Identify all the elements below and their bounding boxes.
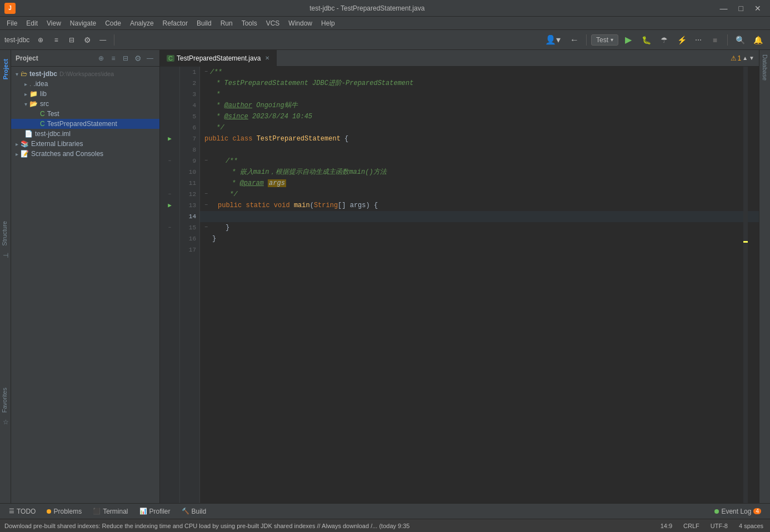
editor-scrollbar[interactable] [743,67,748,503]
fold-marker-9[interactable]: − [168,155,171,167]
code-line-14[interactable] [200,211,759,222]
run-gutter-7[interactable]: ▶ [168,133,172,144]
tree-root-path: D:\Workspaces\idea [59,71,114,77]
favorites-star-icon[interactable]: ☆ [1,417,11,427]
todo-tab[interactable]: ☰ TODO [4,506,40,516]
line15-fold[interactable]: − [204,222,208,233]
gutter-line-17 [160,244,179,255]
tree-item-testpreparedstatement[interactable]: C TestPreparedStatement [11,119,159,129]
editor-tab-testps[interactable]: C TestPreparedStatement.java ✕ [160,50,277,67]
code-line-8 [200,144,759,155]
debug-button[interactable]: 🐛 [638,32,654,48]
run-config-dropdown[interactable]: Test ▾ [591,34,618,46]
build-label: Build [192,508,207,515]
structure-tab-btn[interactable]: Structure [0,217,9,250]
profile-button[interactable]: ⚡ [674,32,689,48]
profiler-tab[interactable]: 📊 Profiler [135,506,175,516]
line1-fold[interactable]: − [204,67,208,78]
tree-item-iml[interactable]: 📄 test-jdbc.iml [11,129,159,139]
scope-icon[interactable]: ⊕ [96,53,106,63]
event-log-tab[interactable]: Event Log 4 [710,506,766,516]
database-tab-btn[interactable]: Database [761,50,769,85]
line-num-15: 15 [180,222,199,233]
toolbar-more-btn[interactable]: ⋯ [692,33,705,47]
tree-item-external-libraries[interactable]: ▸ 📚 External Libraries [11,139,159,149]
gutter-line-11 [160,178,179,189]
ext-lib-icon: 📚 [21,140,29,148]
close-button[interactable]: ✕ [750,3,766,14]
line13-fold[interactable]: − [204,200,208,211]
fold-marker-15[interactable]: − [168,222,171,233]
code-editor[interactable]: ▶ − − ▶ − [160,67,759,503]
line12-fold[interactable]: − [204,189,208,200]
toolbar-settings-btn[interactable]: ⚙ [81,33,94,47]
code-content[interactable]: − /** * TestPreparedStatement JDBC进阶-Pre… [200,67,759,503]
toolbar-target-btn[interactable]: ⊕ [34,33,47,47]
status-line-ending[interactable]: CRLF [681,523,702,529]
status-encoding[interactable]: UTF-8 [708,523,730,529]
status-cursor[interactable]: 14:9 [658,523,674,529]
list-icon[interactable]: ≡ [108,53,118,63]
menu-file[interactable]: File [2,18,22,28]
line16-content: } [212,233,216,244]
run-button[interactable]: ▶ [621,32,636,48]
fold-marker-12[interactable]: − [168,189,171,200]
panel-minimize-icon[interactable]: — [145,53,155,63]
search-button[interactable]: 🔍 [732,32,748,48]
status-indent[interactable]: 4 spaces [737,523,766,529]
idea-folder-icon: . [29,80,31,88]
menu-build[interactable]: Build [192,18,216,28]
menu-navigate[interactable]: Navigate [66,18,101,28]
tab-close-icon[interactable]: ✕ [265,55,269,61]
menu-tools[interactable]: Tools [237,18,262,28]
app-icon: J [4,3,16,14]
problems-tab[interactable]: Problems [42,506,86,516]
tree-item-test[interactable]: C Test [11,109,159,119]
menu-analyze[interactable]: Analyze [126,18,158,28]
code-line-17 [200,244,759,255]
line9-fold[interactable]: − [204,155,208,167]
run-gutter-13[interactable]: ▶ [168,200,172,211]
toolbar-list-btn[interactable]: ≡ [49,33,63,47]
toolbar-collapse-btn[interactable]: — [96,33,109,47]
tree-item-scratches[interactable]: ▸ 📝 Scratches and Consoles [11,149,159,159]
tree-item-idea[interactable]: ▸ . .idea [11,79,159,89]
event-log-badge: 4 [753,508,761,514]
menu-view[interactable]: View [42,18,66,28]
warning-nav-up[interactable]: ▲ [742,55,748,61]
coverage-button[interactable]: ☂ [656,32,672,48]
todo-icon: ☰ [9,508,14,515]
tree-item-root[interactable]: ▾ 🗁 test-jdbc D:\Workspaces\idea [11,69,159,79]
stop-button[interactable]: ■ [707,32,723,48]
code-line-5: * @since 2023/8/24 10:45 [200,111,759,122]
build-tab[interactable]: 🔨 Build [177,506,211,516]
minimize-button[interactable]: — [716,3,732,14]
warning-nav-down[interactable]: ▼ [749,55,754,61]
account-icon[interactable]: 👤▾ [545,34,561,45]
line9-content: /** [226,155,238,167]
menu-help[interactable]: Help [317,18,339,28]
lib-folder-icon: 📁 [29,90,38,98]
terminal-tab[interactable]: ⬛ Terminal [88,506,132,516]
menu-vcs[interactable]: VCS [262,18,284,28]
notifications-button[interactable]: 🔔 [750,32,766,48]
menu-run[interactable]: Run [216,18,237,28]
menu-code[interactable]: Code [101,18,126,28]
panel-toggle-icon[interactable]: ⊣ [1,250,11,260]
tree-item-src[interactable]: ▾ 📂 src [11,99,159,109]
menu-refactor[interactable]: Refactor [158,18,192,28]
tree-item-lib[interactable]: ▸ 📁 lib [11,89,159,99]
menu-window[interactable]: Window [284,18,317,28]
toolbar-split-btn[interactable]: ⊟ [65,33,78,47]
tree-iml-label: test-jdbc.iml [35,130,71,138]
project-tab-btn[interactable]: Project [1,54,10,84]
favorites-tab-btn[interactable]: Favorites [0,383,9,417]
toolbar-back-btn[interactable]: ← [567,33,582,47]
code-line-11: * @param args [200,178,759,189]
maximize-button[interactable]: □ [734,3,748,14]
settings-icon[interactable]: ⚙ [133,53,143,63]
code-line-15: − } [200,222,759,233]
collapse-icon[interactable]: ⊟ [121,53,131,63]
warning-indicator[interactable]: ⚠ 1 ▲ ▼ [726,54,759,62]
menu-edit[interactable]: Edit [22,18,42,28]
